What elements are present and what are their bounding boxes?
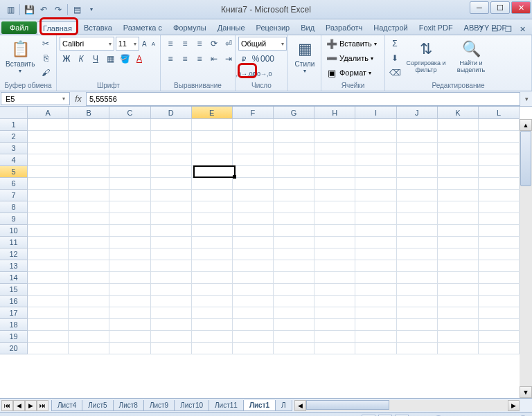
cell[interactable] [233, 213, 274, 225]
cell[interactable] [151, 343, 192, 354]
cell[interactable] [151, 213, 192, 225]
column-header[interactable]: H [314, 107, 355, 119]
cell[interactable] [109, 201, 150, 213]
row-header[interactable]: 11 [0, 237, 28, 248]
cell[interactable] [479, 201, 520, 213]
cell[interactable] [109, 131, 150, 143]
align-bottom-icon[interactable]: ≡ [193, 37, 206, 51]
cell[interactable] [355, 331, 396, 343]
comma-icon[interactable]: 000 [262, 52, 273, 66]
cell[interactable] [233, 248, 274, 260]
minimize-ribbon-icon[interactable]: ▭ [489, 24, 500, 35]
vertical-scrollbar[interactable]: ▲ ▼ [520, 119, 532, 398]
row-header[interactable]: 20 [0, 343, 28, 354]
cell[interactable] [397, 319, 438, 331]
cell[interactable] [355, 131, 396, 143]
row-header[interactable]: 12 [0, 248, 28, 260]
cell[interactable] [192, 201, 233, 213]
next-sheet-icon[interactable]: ▶ [25, 400, 37, 411]
cell[interactable] [109, 143, 150, 154]
cell[interactable] [69, 119, 109, 131]
wrap-text-icon[interactable]: ⏎ [222, 37, 236, 51]
cell[interactable] [438, 213, 479, 225]
expand-formula-icon[interactable]: ▾ [521, 96, 532, 102]
cell[interactable] [314, 131, 355, 143]
cell[interactable] [438, 225, 479, 237]
undo-icon[interactable]: ↶ [37, 3, 51, 17]
cell[interactable] [355, 319, 396, 331]
copy-icon[interactable]: ⎘ [39, 51, 53, 65]
close-button[interactable]: ✕ [511, 1, 531, 14]
cell[interactable] [397, 225, 438, 237]
cell[interactable] [479, 296, 520, 307]
align-center-icon[interactable]: ≡ [178, 52, 192, 66]
cell[interactable] [438, 296, 479, 307]
cell[interactable] [397, 178, 438, 190]
cell[interactable] [192, 119, 233, 131]
cell[interactable] [479, 143, 520, 154]
cell[interactable] [479, 119, 520, 131]
cell[interactable] [192, 213, 233, 225]
cell[interactable] [233, 331, 274, 343]
cell[interactable] [192, 284, 233, 296]
cell[interactable]: 5,55556 [192, 166, 233, 178]
cell[interactable] [192, 225, 233, 237]
format-painter-icon[interactable]: 🖌 [39, 66, 53, 80]
italic-button[interactable]: К [74, 52, 88, 66]
cell[interactable] [397, 119, 438, 131]
cell[interactable] [109, 119, 150, 131]
cell[interactable] [479, 178, 520, 190]
underline-button[interactable]: Ч [89, 52, 103, 66]
cell[interactable] [274, 296, 314, 307]
cell[interactable] [274, 225, 314, 237]
cell[interactable] [233, 260, 274, 272]
hscroll-thumb[interactable] [306, 400, 389, 410]
file-tab[interactable]: Файл [1, 21, 37, 34]
delete-cells-button[interactable]: ➖Удалить▾ [324, 51, 382, 65]
cell[interactable] [314, 178, 355, 190]
font-name-combo[interactable]: Calibri▾ [60, 37, 114, 51]
cell[interactable] [314, 343, 355, 354]
sheet-tab[interactable]: Лист10 [174, 400, 209, 411]
row-header[interactable]: 19 [0, 331, 28, 343]
cell[interactable] [69, 272, 109, 284]
cell[interactable] [438, 201, 479, 213]
cell[interactable] [274, 190, 314, 201]
cell[interactable] [28, 225, 69, 237]
styles-button[interactable]: ▦ Стили ▾ [291, 37, 319, 75]
horizontal-scrollbar[interactable]: ◀ ▶ [294, 400, 520, 411]
cell[interactable] [69, 260, 109, 272]
decrease-indent-icon[interactable]: ⇤ [207, 52, 221, 66]
cell[interactable] [397, 237, 438, 248]
cell[interactable] [274, 154, 314, 166]
paste-button[interactable]: 📋 Вставить ▾ [3, 37, 37, 75]
row-header[interactable]: 18 [0, 319, 28, 331]
fx-icon[interactable]: fx [71, 92, 86, 106]
scroll-thumb[interactable] [520, 131, 531, 186]
cell[interactable] [69, 331, 109, 343]
cell[interactable] [274, 319, 314, 331]
cell[interactable] [69, 237, 109, 248]
cell[interactable] [151, 331, 192, 343]
cell[interactable] [397, 213, 438, 225]
cell[interactable] [479, 272, 520, 284]
cell[interactable] [233, 225, 274, 237]
cell[interactable] [28, 154, 69, 166]
row-header[interactable]: 13 [0, 260, 28, 272]
scroll-down-icon[interactable]: ▼ [520, 386, 532, 398]
cell[interactable] [28, 272, 69, 284]
cell[interactable] [192, 319, 233, 331]
cell[interactable] [109, 213, 150, 225]
cell[interactable] [28, 119, 69, 131]
cell[interactable] [397, 201, 438, 213]
cell[interactable] [274, 213, 314, 225]
cell[interactable] [314, 213, 355, 225]
cell[interactable] [274, 272, 314, 284]
row-header[interactable]: 14 [0, 272, 28, 284]
cell[interactable] [314, 296, 355, 307]
cell[interactable] [109, 154, 150, 166]
cell[interactable] [438, 190, 479, 201]
cell[interactable] [109, 343, 150, 354]
cell[interactable] [274, 131, 314, 143]
cell[interactable] [274, 201, 314, 213]
